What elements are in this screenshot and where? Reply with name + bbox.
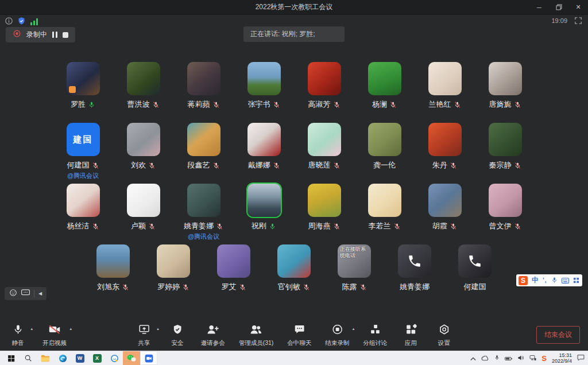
word-icon[interactable]: W (71, 351, 88, 365)
sogou-tray-icon[interactable]: S (541, 354, 547, 363)
qq-icon[interactable] (106, 351, 123, 365)
start-icon[interactable] (2, 351, 20, 365)
network-icon[interactable] (529, 353, 536, 363)
participant-tile[interactable]: 兰艳红 (415, 62, 475, 123)
tray-expand-icon[interactable] (470, 353, 476, 363)
participant-tile[interactable]: 龚一伦 (354, 123, 415, 184)
meeting-info-icon[interactable] (5, 17, 13, 28)
participant-tile[interactable]: 曹洪波 (113, 62, 173, 123)
phone-call-icon (398, 244, 431, 278)
participant-tile[interactable]: 高淑芳 (294, 62, 354, 123)
participant-tile[interactable]: 罗婷婷 (144, 244, 204, 305)
toolbar-share-button[interactable]: ▴共享 (134, 324, 154, 347)
stop-recording-button[interactable] (63, 32, 68, 38)
toolbar-stoprec-button[interactable]: ▴结束录制 (325, 324, 349, 347)
file-explorer-icon[interactable] (37, 351, 54, 365)
participant-tile[interactable]: 秦宗静 (475, 123, 535, 184)
clock-widget[interactable]: 15:31 2022/9/4 (552, 352, 572, 364)
participant-tile[interactable]: 戴娜娜 (234, 123, 294, 184)
mic-muted-icon (333, 101, 341, 108)
meeting-toolbar: ▴ 静音 ▴ 开启视频 ▴共享安全邀请参会管理成员(31)会中聊天▴结束录制分组… (0, 323, 588, 351)
toolbar-members-button[interactable]: 管理成员(31) (239, 324, 274, 347)
toolbar-breakout-button[interactable]: 分组讨论 (363, 324, 387, 347)
toolbar-apps-button[interactable]: 应用 (401, 324, 420, 347)
participant-tile[interactable]: 周海燕 (294, 184, 354, 244)
participant-tile[interactable]: 官钊敏 (264, 244, 324, 305)
ime-toolbox-icon[interactable] (573, 275, 579, 286)
toolbar-invite-button[interactable]: 邀请参会 (201, 324, 225, 347)
wechat-icon[interactable] (123, 351, 140, 365)
participant-tile[interactable]: 杨澜 (354, 62, 415, 123)
participant-tile[interactable]: 朱丹 (415, 123, 475, 184)
participant-name: 罗艾 (222, 282, 237, 292)
close-button[interactable]: ✕ (568, 0, 588, 14)
toolbar-shield-button[interactable]: 安全 (168, 324, 187, 347)
toolbar-chat-button[interactable]: 会中聊天 (287, 324, 311, 347)
excel-icon[interactable]: X (88, 351, 106, 365)
participant-tile[interactable]: 建国何建国@腾讯会议 (53, 123, 113, 184)
caret-icon[interactable]: ▴ (30, 327, 33, 331)
caret-icon[interactable]: ▴ (69, 327, 72, 331)
voice-input-icon[interactable] (551, 275, 558, 286)
participant-tile[interactable]: 罗胜 (53, 62, 113, 123)
minimize-button[interactable]: ─ (529, 0, 549, 14)
mic-muted-icon (182, 284, 189, 291)
soft-keyboard-icon[interactable] (562, 275, 569, 286)
collapse-arrow-icon[interactable]: ◀ (38, 291, 42, 296)
fullscreen-icon[interactable] (574, 17, 582, 27)
mute-button[interactable]: ▴ 静音 (8, 324, 28, 347)
search-icon[interactable] (20, 351, 37, 365)
start-video-button[interactable]: ▴ 开启视频 (42, 324, 67, 347)
participant-tile[interactable]: 罗艾 (204, 244, 264, 305)
cloud-icon[interactable] (481, 353, 489, 363)
avatar (127, 62, 160, 95)
avatar (67, 62, 100, 95)
participant-name: 蒋莉蘋 (188, 99, 210, 110)
restore-button[interactable] (549, 0, 568, 14)
security-shield-icon[interactable] (17, 17, 26, 28)
pause-recording-button[interactable] (52, 32, 57, 38)
end-meeting-button[interactable]: 结束会议 (536, 326, 580, 344)
participant-tile[interactable]: 卢颖 (113, 184, 173, 244)
battery-icon[interactable] (505, 353, 512, 363)
sogou-logo-icon[interactable]: S (519, 276, 528, 285)
notifications-icon[interactable] (577, 353, 585, 363)
tencent-meeting-icon[interactable] (140, 351, 157, 365)
tray-microphone-icon[interactable] (494, 353, 500, 363)
participant-tile[interactable]: 姚青姜娜@腾讯会议 (173, 184, 234, 244)
participant-name: 高淑芳 (308, 99, 331, 110)
emoji-reaction-icon[interactable] (9, 289, 17, 299)
participant-tile[interactable]: 正在接听系统电话陈露 (324, 244, 385, 305)
participant-tile[interactable]: 张宇书 (234, 62, 294, 123)
participant-tile[interactable]: 唐旖旎 (475, 62, 535, 123)
avatar (428, 184, 462, 217)
participant-tile[interactable]: 刘欢 (113, 123, 173, 184)
caret-icon[interactable]: ▴ (353, 327, 355, 331)
mic-muted-icon (389, 101, 397, 108)
participant-tile[interactable]: 李若兰 (354, 184, 415, 244)
participant-tile[interactable]: 胡霞 (415, 184, 475, 244)
mic-muted-icon (359, 284, 367, 291)
participant-tile[interactable]: 唐晓莲 (294, 123, 354, 184)
toolbar-gear-button[interactable]: 设置 (434, 324, 454, 347)
volume-icon[interactable] (517, 353, 524, 363)
participant-tile[interactable]: 何建国 (445, 244, 505, 305)
participant-tile[interactable]: 姚青姜娜 (385, 244, 445, 305)
participant-name: 胡霞 (432, 221, 447, 231)
chinese-mode-icon[interactable]: 中 (532, 275, 539, 285)
breakout-icon (369, 324, 381, 337)
participant-tile[interactable]: 曾文伊 (475, 184, 535, 244)
participant-tile[interactable]: 刘旭东 (83, 244, 144, 305)
participant-tile[interactable]: 杨丝洁 (53, 184, 113, 244)
participant-name: 姚青姜娜 (184, 221, 214, 231)
participant-name: 朱丹 (432, 160, 447, 170)
participant-tile[interactable]: 蒋莉蘋 (173, 62, 234, 123)
edge-icon[interactable] (54, 351, 71, 365)
participant-tile[interactable]: 段鑫艺 (173, 123, 234, 184)
network-signal-icon[interactable] (30, 17, 38, 28)
caret-icon[interactable]: ▴ (157, 327, 159, 331)
punctuation-icon[interactable]: ’, (543, 277, 547, 284)
participant-tile[interactable]: 祝刚 (234, 184, 294, 244)
chat-quick-icon[interactable] (21, 289, 30, 299)
avatar (458, 244, 492, 278)
